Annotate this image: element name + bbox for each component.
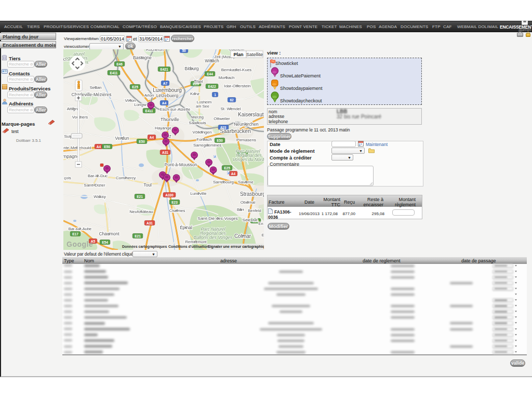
- svg-text:62: 62: [230, 98, 234, 102]
- svg-text:Remiremont: Remiremont: [185, 240, 207, 244]
- svg-text:Idar-Oberstein: Idar-Oberstein: [224, 84, 250, 88]
- svg-text:Longw: Longw: [134, 102, 147, 107]
- svg-text:Völklingen: Völklingen: [193, 130, 212, 135]
- svg-text:E44: E44: [207, 72, 213, 76]
- svg-text:Hayange: Hayange: [155, 126, 172, 130]
- svg-text:Bar-le-Duc: Bar-le-Duc: [88, 174, 108, 178]
- svg-text:Thionville: Thionville: [161, 117, 179, 122]
- svg-text:Wassy: Wassy: [94, 194, 106, 199]
- svg-text:Rochefort: Rochefort: [146, 49, 164, 52]
- svg-text:Sarrebourg: Sarrebourg: [213, 180, 234, 184]
- svg-text:E21: E21: [135, 234, 141, 238]
- svg-text:E23: E23: [171, 201, 178, 204]
- svg-text:Kaiserslautern: Kaiserslautern: [238, 112, 264, 117]
- svg-text:Verdun: Verdun: [115, 136, 129, 141]
- svg-text:E54: E54: [102, 241, 108, 244]
- svg-text:Vouziers: Vouziers: [72, 115, 88, 119]
- svg-text:Bastogne: Bastogne: [133, 55, 152, 60]
- svg-text:Google: Google: [66, 240, 93, 248]
- svg-text:1: 1: [214, 93, 216, 97]
- svg-text:Colmar: Colmar: [234, 233, 251, 239]
- svg-text:A31: A31: [162, 151, 168, 154]
- svg-text:Épinal: Épinal: [180, 225, 192, 230]
- svg-text:Saint-Dié-des-Vosges: Saint-Dié-des-Vosges: [197, 216, 237, 221]
- svg-text:Données cartographiques: Données cartographiques: [122, 245, 167, 249]
- svg-text:Strasbourg: Strasbourg: [240, 191, 264, 197]
- svg-text:Sarreguemines: Sarreguemines: [193, 143, 221, 148]
- svg-text:Charmes: Charmes: [169, 208, 185, 213]
- svg-text:Bernkastel-Kues: Bernkastel-Kues: [221, 68, 252, 72]
- svg-text:Arlon: Arlon: [144, 93, 154, 98]
- svg-text:Trier: Trier: [194, 79, 203, 84]
- svg-text:E: E: [261, 233, 264, 237]
- svg-text:Obernai: Obernai: [241, 200, 256, 205]
- svg-text:Wittlich: Wittlich: [205, 58, 219, 63]
- svg-text:Satellite: Satellite: [246, 52, 263, 57]
- svg-text:E46: E46: [116, 62, 123, 66]
- svg-text:En: En: [258, 221, 263, 226]
- svg-text:Lunéville: Lunéville: [190, 191, 207, 196]
- svg-text:Neufchâteau: Neufchâteau: [129, 209, 153, 214]
- svg-text:E25: E25: [132, 85, 138, 89]
- svg-text:Morbach: Morbach: [218, 75, 234, 80]
- svg-text:Conditions d'utilisation: Conditions d'utilisation: [168, 245, 209, 248]
- svg-text:Sedan: Sedan: [89, 85, 101, 90]
- svg-text:Ballons des Vosges: Ballons des Vosges: [194, 235, 233, 240]
- svg-text:Bar-sur-Aube: Bar-sur-Aube: [69, 227, 92, 231]
- svg-text:Ottweiler: Ottweiler: [214, 116, 230, 121]
- svg-text:çois: çois: [64, 176, 71, 180]
- svg-text:E422: E422: [208, 85, 216, 88]
- svg-text:E411: E411: [145, 109, 153, 113]
- svg-text:A4: A4: [162, 101, 167, 105]
- svg-text:E421: E421: [160, 68, 168, 71]
- svg-text:Pont-à-Mousson: Pont-à-Mousson: [165, 162, 197, 167]
- svg-text:hampagne: hampagne: [63, 154, 79, 159]
- svg-text:A330: A330: [165, 193, 174, 197]
- svg-text:E17: E17: [72, 232, 78, 236]
- svg-text:Saverne: Saverne: [238, 180, 254, 184]
- svg-text:Luxembourg: Luxembourg: [153, 87, 182, 93]
- svg-text:Chaumont: Chaumont: [99, 231, 119, 236]
- svg-text:Signaler une erreur cartograph: Signaler une erreur cartographique: [208, 245, 264, 249]
- svg-text:Vosges du Nord: Vosges du Nord: [233, 157, 264, 162]
- svg-text:Saarbrücken: Saarbrücken: [220, 128, 251, 134]
- svg-text:Saint-Dizier: Saint-Dizier: [84, 183, 105, 188]
- svg-text:A4: A4: [97, 145, 101, 149]
- svg-text:E50: E50: [217, 139, 223, 142]
- svg-text:Pirmasens: Pirmasens: [236, 138, 256, 142]
- svg-text:Konz: Konz: [190, 91, 200, 96]
- svg-text:Sélestat: Sélestat: [243, 218, 258, 222]
- svg-text:Saarlouis: Saarlouis: [189, 121, 206, 125]
- svg-text:E411: E411: [110, 71, 118, 75]
- svg-text:Plan: Plan: [233, 52, 243, 57]
- svg-text:A4: A4: [150, 136, 154, 139]
- svg-text:Commercy: Commercy: [116, 176, 136, 180]
- svg-text:St. Wendel: St. Wendel: [221, 107, 241, 111]
- svg-text:E50: E50: [139, 140, 145, 143]
- svg-text:Lëtzebuerg: Lëtzebuerg: [156, 93, 179, 98]
- svg-text:Toul: Toul: [143, 182, 152, 188]
- svg-text:50: 50: [182, 49, 186, 52]
- svg-text:E21: E21: [137, 195, 143, 198]
- svg-text:A7: A7: [163, 82, 168, 85]
- svg-text:Esch-sur-Alzette: Esch-sur-Alzette: [160, 107, 191, 112]
- svg-text:am See: am See: [196, 104, 209, 109]
- svg-text:Neunkirchen: Neunkirchen: [234, 122, 259, 127]
- svg-text:inte-Menehould: inte-Menehould: [63, 145, 91, 150]
- svg-text:E50: E50: [104, 145, 110, 149]
- svg-text:Merzig: Merzig: [191, 115, 204, 119]
- svg-text:Barr: Barr: [237, 207, 245, 212]
- svg-text:A31: A31: [147, 221, 153, 225]
- svg-text:Forbach: Forbach: [196, 137, 211, 142]
- svg-text:Bitburg: Bitburg: [185, 66, 199, 71]
- svg-text:Benfeld: Benfeld: [248, 208, 261, 213]
